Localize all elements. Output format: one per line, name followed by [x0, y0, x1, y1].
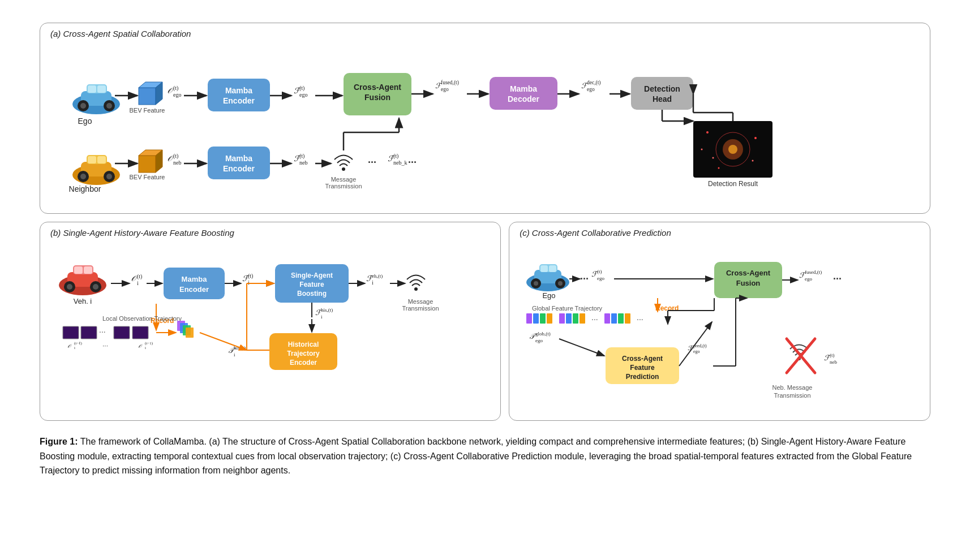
svg-point-27	[728, 145, 737, 154]
mamba-encoder-ego	[208, 79, 270, 111]
svg-rect-18	[139, 88, 156, 105]
decoder-label2: Decoder	[508, 94, 540, 104]
svg-point-17	[106, 174, 112, 179]
svg-point-28	[706, 131, 709, 133]
svg-rect-64	[526, 313, 532, 324]
svg-point-6	[80, 103, 86, 109]
svg-point-29	[754, 137, 757, 139]
o-neb-sub: neb	[173, 160, 181, 166]
svg-rect-65	[533, 313, 539, 324]
o-ego-sup: (t)	[173, 85, 178, 92]
f-his-sub: i	[321, 314, 323, 320]
feat-boost-l3: Boosting	[297, 290, 327, 298]
f-fused-c-sup: fused,(t)	[805, 269, 822, 275]
film-sub1-sub: i	[74, 346, 75, 350]
film-sub-dots: ···	[102, 342, 108, 350]
mamba-encoder-neb-label2: Encoder	[223, 164, 255, 173]
svg-rect-72	[604, 313, 610, 324]
svg-point-63	[558, 281, 563, 286]
mamba-encoder-ego-label2: Encoder	[223, 96, 255, 105]
dots-2: ···	[408, 157, 417, 168]
svg-point-48	[414, 287, 418, 291]
film-frame-3	[114, 326, 130, 339]
f-pred-sub: ego	[693, 349, 700, 354]
svg-point-8	[106, 103, 112, 109]
feat-boost-l1: Single-Agent	[291, 272, 333, 279]
mamba-decoder-box	[490, 77, 557, 110]
film-sub2: 𝒪	[138, 343, 143, 349]
msg-trans-label2: Transmission	[325, 183, 362, 189]
svg-point-47	[93, 284, 98, 290]
t-his-sub: i	[234, 352, 235, 357]
f-dec-sup: dec,(t)	[587, 80, 601, 86]
cap-l2: Feature	[630, 364, 655, 372]
film-sub1: 𝒪	[67, 343, 72, 349]
svg-rect-21	[139, 156, 156, 173]
c-dots-1: ···	[580, 273, 589, 285]
f-his-sup: his,(t)	[321, 307, 333, 313]
global-feat-label: Global Feature Trajectory	[532, 305, 603, 312]
svg-point-45	[67, 284, 72, 290]
msg-trans-label1: Message	[331, 176, 357, 183]
o-neb-sup: (t)	[173, 153, 178, 160]
svg-rect-74	[618, 313, 624, 324]
svg-rect-73	[611, 313, 617, 324]
svg-rect-12	[88, 156, 96, 163]
decoder-label1: Mamba	[510, 84, 537, 93]
f-fused-sup: fused,(t)	[441, 80, 459, 86]
o-i-sub: i	[137, 280, 139, 286]
o-ego-sub: ego	[173, 92, 181, 98]
film-frame-2	[81, 326, 97, 339]
f-ego-c-sup: (t)	[597, 269, 602, 274]
fusion-label1: Cross-Agent	[354, 83, 401, 92]
f-eh-sub: i	[372, 279, 374, 286]
veh-i-label: Veh. i	[74, 297, 92, 305]
bev-feature-neb-label: BEV Feature	[130, 174, 165, 180]
feat-boost-l2: Feature	[299, 281, 324, 288]
c-dots-2: ···	[833, 273, 842, 285]
film-frame-1	[63, 326, 79, 339]
f-neb-c-sup: (t)	[830, 352, 835, 358]
t-glob-sub: ego	[535, 338, 543, 343]
svg-rect-68	[559, 313, 565, 324]
msg-b-l2: Transmission	[402, 305, 439, 312]
ego-c-label: Ego	[543, 291, 556, 300]
caption-text: The framework of CollaMamba. (a) The str…	[40, 437, 912, 475]
svg-rect-69	[566, 313, 572, 324]
arrow-feats-histenc	[200, 333, 247, 350]
f-fused-sub: ego	[441, 87, 449, 92]
svg-rect-70	[573, 313, 578, 324]
panel-b: (b) Single-Agent History-Aware Feature B…	[40, 222, 501, 421]
svg-point-33	[718, 167, 720, 169]
svg-point-32	[701, 149, 703, 150]
hist-enc-l3: Encoder	[290, 359, 317, 367]
film-frame-4	[132, 326, 148, 339]
mamba-enc-b-l1: Mamba	[182, 275, 208, 283]
film-dots: ···	[99, 327, 106, 336]
panel-bc: (b) Single-Agent History-Aware Feature B…	[40, 222, 930, 421]
panel-a-label: (a) Cross-Agent Spatial Collaboration	[50, 29, 191, 38]
diagram-area: (a) Cross-Agent Spatial Collaboration	[40, 23, 930, 421]
svg-rect-75	[625, 313, 630, 324]
f-neb-sup: (t)	[299, 153, 304, 160]
det-head-label1: Detection	[644, 84, 680, 93]
svg-rect-71	[580, 313, 585, 324]
svg-point-31	[752, 160, 754, 162]
svg-rect-52	[186, 328, 194, 338]
svg-point-61	[534, 281, 538, 286]
ego-label: Ego	[78, 117, 92, 126]
global-dots2: ···	[637, 315, 643, 324]
svg-rect-59	[549, 265, 556, 272]
det-head-label2: Head	[653, 94, 672, 104]
fusion-c-l1: Cross-Agent	[726, 269, 771, 277]
mamba-encoder-neb-label1: Mamba	[225, 154, 252, 163]
svg-rect-58	[540, 265, 548, 272]
msg-b-l1: Message	[408, 298, 434, 305]
svg-rect-67	[547, 313, 552, 324]
film-sub1-sup: (t−ℓ)	[74, 341, 83, 346]
figure-container: (a) Cross-Agent Spatial Collaboration	[34, 17, 936, 484]
f-i-sub: i	[248, 279, 250, 286]
f-neb-k-sup: (t)	[393, 153, 398, 160]
svg-rect-42	[74, 266, 83, 274]
f-ego-sub: ego	[299, 92, 307, 98]
